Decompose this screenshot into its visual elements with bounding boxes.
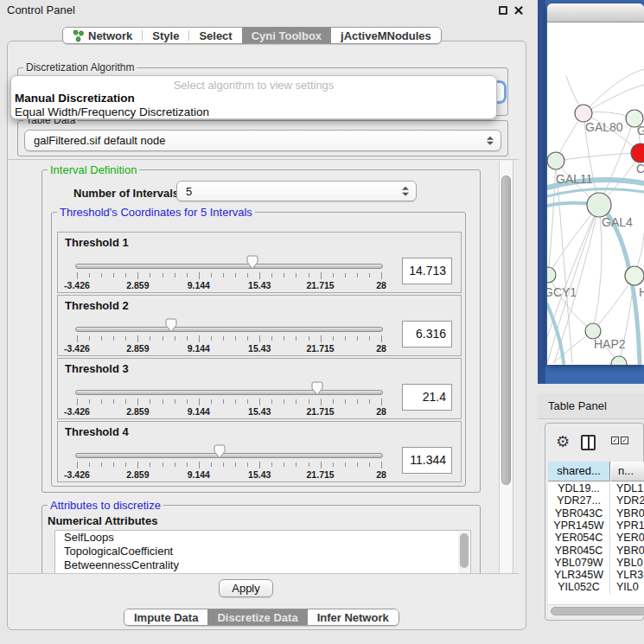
slider-tick <box>137 272 138 279</box>
slider-thumb[interactable] <box>311 381 323 396</box>
table-cell-name[interactable]: YPR1 <box>616 520 644 532</box>
table-cell-shared-name[interactable]: YBR045C <box>548 545 610 557</box>
table-row[interactable]: YER054CYER0 <box>548 532 644 544</box>
tab-style[interactable]: Style <box>143 28 188 43</box>
slider-thumb[interactable] <box>214 444 226 459</box>
network-node-gal80[interactable] <box>575 105 592 122</box>
table-row[interactable]: YBR043CYBR0 <box>548 507 644 520</box>
table-cell-name[interactable]: YBL0 <box>616 557 644 569</box>
slider-tick <box>223 399 224 404</box>
slider-tick <box>101 399 102 404</box>
tab-network[interactable]: Network <box>63 28 142 43</box>
slider-tick <box>211 399 212 404</box>
table-row[interactable]: YLR345WYLR3 <box>548 569 644 581</box>
network-node-label: GAL4 <box>602 215 633 229</box>
settings-vertical-scrollbar[interactable] <box>499 161 513 573</box>
table-panel-title: Table Panel <box>548 399 607 412</box>
network-node-gcy1[interactable] <box>547 267 556 283</box>
network-node[interactable] <box>611 356 627 365</box>
scrollbar-thumb[interactable] <box>551 607 644 615</box>
tab-impute-data[interactable]: Impute Data <box>124 609 207 625</box>
network-edge[interactable] <box>593 276 634 331</box>
column-header-shared-name[interactable]: shared... <box>548 462 610 481</box>
table-cell-name[interactable]: YBR0 <box>616 545 644 557</box>
slider-tick <box>163 399 163 404</box>
attributes-list-scrollbar[interactable] <box>458 532 469 573</box>
table-cell-shared-name[interactable]: YER054C <box>548 532 610 544</box>
network-edge[interactable] <box>547 205 599 363</box>
threshold-value-field[interactable]: 6.316 <box>402 321 452 348</box>
threshold-value-field[interactable]: 21.4 <box>402 384 452 411</box>
tab-jactivemnodules[interactable]: jActiveMNodules <box>331 28 441 43</box>
slider-tick-label: 15.43 <box>248 343 271 354</box>
slider-track[interactable] <box>75 390 383 395</box>
table-cell-name[interactable]: YDR2 <box>616 494 644 507</box>
attribute-list-item[interactable]: SelfLoops <box>55 531 470 545</box>
apply-button[interactable]: Apply <box>219 579 273 597</box>
tab-infer-network[interactable]: Infer Network <box>308 609 399 625</box>
float-window-icon[interactable] <box>499 6 507 15</box>
number-of-intervals-combobox[interactable]: 5 <box>176 181 417 201</box>
table-cell-shared-name[interactable]: YDL19... <box>548 482 610 494</box>
table-cell-name[interactable]: YER0 <box>616 532 644 544</box>
table-row[interactable]: YDL19...YDL1 <box>548 482 644 494</box>
slider-thumb[interactable] <box>246 255 258 270</box>
checkbox-icon[interactable]: ✓ <box>611 437 619 444</box>
network-edge[interactable] <box>583 69 644 113</box>
slider-tick <box>247 399 248 404</box>
numerical-attributes-list[interactable]: SelfLoopsTopologicalCoefficientBetweenne… <box>54 530 471 573</box>
slider-tick <box>150 462 150 467</box>
network-edge[interactable] <box>556 153 641 161</box>
table-cell-name[interactable]: YIL0 <box>616 581 644 593</box>
table-row[interactable]: YBR045CYBR0 <box>548 545 644 557</box>
slider-tick <box>321 272 322 279</box>
network-canvas[interactable]: GAL80GACGAL11GAL4GCY1HHAP2 <box>547 22 644 365</box>
table-cell-shared-name[interactable]: YDR27... <box>548 494 610 507</box>
slider-tick <box>223 273 224 277</box>
attribute-list-item[interactable]: BetweennessCentrality <box>55 558 470 572</box>
scrollbar-thumb[interactable] <box>501 175 511 485</box>
table-row[interactable]: YIL052CYIL0 <box>548 581 644 593</box>
table-cell-shared-name[interactable]: YPR145W <box>548 520 610 532</box>
network-edge[interactable] <box>583 85 644 113</box>
threshold-value-field[interactable]: 11.344 <box>402 447 452 474</box>
checkbox-icon[interactable]: ✓ <box>621 437 628 444</box>
slider-tick-label: 2.859 <box>126 406 149 417</box>
tab-cyni-toolbox[interactable]: Cyni Toolbox <box>242 28 331 43</box>
table-cell-shared-name[interactable]: YBR043C <box>548 507 610 520</box>
table-cell-shared-name[interactable]: YIL052C <box>548 581 610 593</box>
slider-track[interactable] <box>75 264 383 269</box>
close-icon[interactable] <box>513 5 524 16</box>
slider-tick <box>271 462 272 467</box>
table-row[interactable]: YBL079WYBL0 <box>548 557 644 569</box>
slider-thumb[interactable] <box>165 318 177 333</box>
network-node-gal4[interactable] <box>587 193 611 217</box>
dropdown-option-equal-width-frequency[interactable]: Equal Width/Frequency Discretization <box>13 105 494 118</box>
columns-icon[interactable] <box>581 435 596 450</box>
gear-icon[interactable]: ⚙ <box>556 432 570 451</box>
tab-select[interactable]: Select <box>189 28 241 43</box>
number-of-intervals-value: 5 <box>186 185 192 198</box>
tab-discretize-data[interactable]: Discretize Data <box>207 609 307 625</box>
table-cell-shared-name[interactable]: YLR345W <box>548 569 610 581</box>
attribute-list-item[interactable]: TopologicalCoefficient <box>55 545 470 558</box>
network-edge[interactable] <box>548 161 556 275</box>
slider-track[interactable] <box>75 327 383 332</box>
threshold-value-field[interactable]: 14.713 <box>402 258 452 284</box>
network-node-gal11[interactable] <box>547 152 564 169</box>
dropdown-option-manual-discretization[interactable]: Manual Discretization <box>13 92 494 105</box>
network-node-h[interactable] <box>625 266 644 285</box>
table-cell-name[interactable]: YLR3 <box>616 569 644 581</box>
table-cell-name[interactable]: YDL1 <box>616 482 644 494</box>
table-cell-shared-name[interactable]: YBL079W <box>548 557 610 569</box>
table-data-combobox[interactable]: galFiltered.sif default node <box>24 130 501 151</box>
slider-tick <box>259 335 260 342</box>
table-horizontal-scrollbar[interactable] <box>548 604 644 616</box>
network-window-titlebar[interactable] <box>547 3 644 22</box>
column-header-name[interactable]: n... <box>611 462 644 481</box>
scrollbar-thumb[interactable] <box>460 533 469 568</box>
table-row[interactable]: YDR27...YDR2 <box>548 494 644 507</box>
table-row[interactable]: YPR145WYPR1 <box>548 520 644 532</box>
slider-track[interactable] <box>75 453 383 458</box>
table-cell-name[interactable]: YBR0 <box>616 507 644 520</box>
